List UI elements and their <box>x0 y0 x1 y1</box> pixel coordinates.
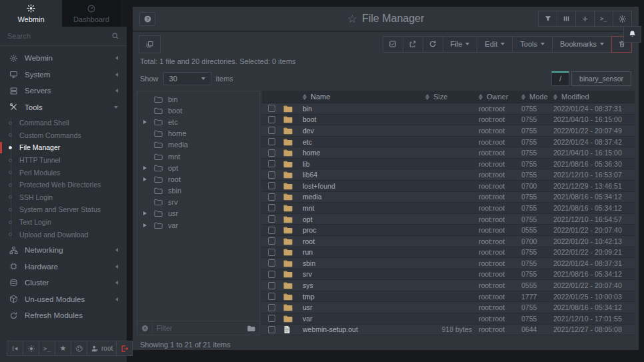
filter-button[interactable] <box>538 11 557 27</box>
file-menu-button[interactable]: File <box>443 36 478 53</box>
column-header-modified[interactable]: Modified <box>553 93 635 101</box>
table-row[interactable]: boot root:root 0755 2021/04/10 - 16:15:0… <box>262 115 635 126</box>
table-row[interactable]: proc root:root 0555 2022/01/22 - 20:07:4… <box>262 225 635 236</box>
tree-item[interactable]: home <box>137 128 259 139</box>
user-button[interactable]: root <box>87 341 117 356</box>
table-row[interactable]: opt root:root 0755 2021/12/10 - 16:54:57 <box>262 214 635 225</box>
row-checkbox[interactable] <box>268 326 275 333</box>
table-row[interactable]: var root:root 0755 2021/12/10 - 17:01:55 <box>262 313 635 325</box>
refresh-button[interactable] <box>423 36 443 53</box>
tools-menu-button[interactable]: Tools <box>512 36 553 53</box>
row-checkbox[interactable] <box>268 138 275 145</box>
favorites-button[interactable]: ★ <box>55 341 71 356</box>
table-row[interactable]: media root:root 0755 2021/08/16 - 05:34:… <box>262 192 635 203</box>
terminal-button[interactable]: >_ <box>39 341 55 356</box>
sidebar-item-webmin[interactable]: Webmin <box>0 50 127 67</box>
row-checkbox[interactable] <box>268 127 275 134</box>
table-row[interactable]: srv root:root 0755 2021/08/16 - 05:34:12 <box>262 269 635 281</box>
expand-arrow-icon[interactable] <box>143 223 149 227</box>
tab-dashboard[interactable]: Dashboard <box>62 0 121 27</box>
sidebar-item-unused-modules[interactable]: Un-used Modules <box>0 291 127 307</box>
row-checkbox[interactable] <box>268 249 275 256</box>
sidebar-subitem[interactable]: System and Server Status <box>0 203 127 216</box>
row-checkbox[interactable] <box>268 182 275 189</box>
sidebar-item-networking[interactable]: Networking <box>0 242 127 259</box>
sidebar-subitem[interactable]: Upload and Download <box>0 228 127 241</box>
table-row[interactable]: lib64 root:root 0755 2021/12/10 - 16:53:… <box>262 169 635 181</box>
row-checkbox[interactable] <box>268 204 275 211</box>
row-checkbox[interactable] <box>268 105 275 112</box>
search-input[interactable] <box>7 32 111 40</box>
sidebar-subitem[interactable]: File Manager <box>0 141 127 154</box>
tree-item[interactable]: opt <box>137 162 259 173</box>
sidebar-subitem[interactable]: SSH Login <box>0 191 127 204</box>
table-row[interactable]: run root:root 0755 2022/01/22 - 20:09:21 <box>262 247 635 259</box>
tree-item[interactable]: bin <box>137 93 259 105</box>
expand-arrow-icon[interactable] <box>143 177 149 181</box>
column-header-name[interactable]: Name <box>303 93 425 101</box>
sidebar-item-servers[interactable]: Servers <box>0 83 127 99</box>
row-checkbox[interactable] <box>268 149 275 157</box>
shell-button[interactable]: >_ <box>594 11 613 27</box>
expand-arrow-icon[interactable] <box>143 211 149 215</box>
table-row[interactable]: home root:root 0755 2021/04/10 - 16:15:0… <box>262 147 635 159</box>
select-all-button[interactable] <box>383 36 403 53</box>
tree-toggle-button[interactable] <box>139 35 161 53</box>
table-row[interactable]: sys root:root 0555 2022/01/22 - 20:07:40 <box>262 280 635 291</box>
tree-item[interactable]: boot <box>137 105 259 116</box>
tree-filter-input[interactable] <box>152 324 244 332</box>
row-checkbox[interactable] <box>268 160 275 167</box>
table-row[interactable]: lib root:root 0755 2021/08/16 - 05:36:30 <box>262 159 635 170</box>
tab-webmin[interactable]: Webmin <box>0 0 62 27</box>
row-checkbox[interactable] <box>268 304 275 311</box>
row-checkbox[interactable] <box>268 215 275 223</box>
edit-menu-button[interactable]: Edit <box>477 36 513 53</box>
settings-button[interactable] <box>613 11 632 27</box>
table-row[interactable]: tmp root:root 1777 2022/01/25 - 10:00:03 <box>262 291 635 303</box>
table-row[interactable]: bin root:root 0755 2022/01/24 - 08:37:31 <box>262 103 635 115</box>
page-size-select[interactable]: 30 <box>163 72 211 85</box>
sidebar-item-refresh-modules[interactable]: Refresh Modules <box>0 307 127 324</box>
column-header-owner[interactable]: Owner <box>479 93 521 101</box>
row-checkbox[interactable] <box>268 193 275 201</box>
breadcrumb-root-button[interactable]: / <box>551 71 569 86</box>
sidebar-subitem[interactable]: Command Shell <box>0 117 127 129</box>
tree-item[interactable]: mnt <box>137 151 259 162</box>
columns-button[interactable] <box>557 11 576 27</box>
sidebar-subitem[interactable]: Perl Modules <box>0 166 127 179</box>
notifications-tab[interactable] <box>623 26 641 43</box>
row-checkbox[interactable] <box>268 315 275 322</box>
row-checkbox[interactable] <box>268 293 275 300</box>
folder-small-icon[interactable] <box>247 325 255 332</box>
clear-filter-icon[interactable] <box>141 325 149 332</box>
table-row[interactable]: usr root:root 0755 2021/08/16 - 05:34:12 <box>262 302 635 313</box>
expand-arrow-icon[interactable] <box>143 120 149 124</box>
theme-palette-button[interactable] <box>71 341 87 356</box>
column-header-size[interactable]: Size <box>425 93 479 101</box>
expand-arrow-icon[interactable] <box>143 166 149 170</box>
tree-item[interactable]: var <box>137 219 259 231</box>
theme-brightness-button[interactable] <box>23 341 39 356</box>
sidebar-subitem[interactable]: HTTP Tunnel <box>0 154 127 167</box>
table-row[interactable]: webmin-setup.out 918 bytes root:root 064… <box>262 325 635 336</box>
bookmarks-menu-button[interactable]: Bookmarks <box>552 36 612 53</box>
tree-item[interactable]: root <box>137 173 259 185</box>
add-button[interactable]: + <box>575 11 595 27</box>
row-checkbox[interactable] <box>268 237 275 245</box>
row-checkbox[interactable] <box>268 116 275 123</box>
sidebar-subitem[interactable]: Protected Web Directories <box>0 179 127 191</box>
tree-item[interactable]: srv <box>137 197 259 208</box>
tree-item[interactable]: sbin <box>137 185 259 197</box>
sidebar-subitem[interactable]: Custom Commands <box>0 129 127 142</box>
sidebar-subitem[interactable]: Text Login <box>0 216 127 229</box>
sidebar-item-tools[interactable]: Tools <box>0 99 127 116</box>
collapse-sidebar-button[interactable] <box>7 341 23 356</box>
breadcrumb-current-button[interactable]: binary_sensor <box>571 71 631 86</box>
column-header-mode[interactable]: Mode <box>521 93 553 101</box>
tree-item[interactable]: media <box>137 139 259 151</box>
table-row[interactable]: dev root:root 0755 2022/01/22 - 20:07:49 <box>262 125 635 137</box>
help-button[interactable]: ? <box>139 12 155 26</box>
table-row[interactable]: mnt root:root 0755 2021/08/16 - 05:34:12 <box>262 203 635 214</box>
sidebar-item-system[interactable]: System <box>0 67 127 83</box>
row-checkbox[interactable] <box>268 227 275 234</box>
